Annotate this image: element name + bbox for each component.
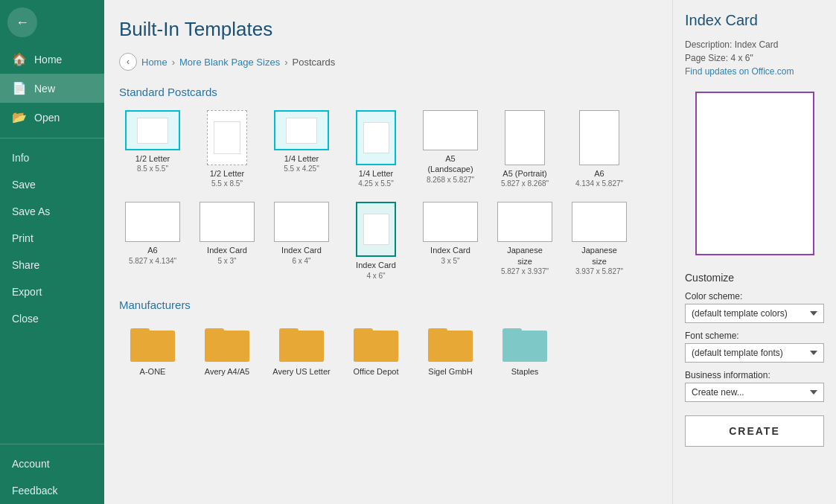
breadcrumb-back-icon: ‹ — [127, 57, 130, 67]
mfr-staples-label: Staples — [511, 366, 539, 377]
template-label-13: Japanesesize — [507, 245, 543, 267]
sidebar-item-info[interactable]: Info — [0, 144, 104, 171]
standard-postcards-label: Standard Postcards — [119, 86, 657, 98]
template-size-4: 4.25 x 5.5" — [358, 179, 393, 188]
template-size-3: 5.5 x 4.25" — [284, 164, 319, 173]
template-label-14: Japanesesize — [581, 245, 617, 267]
template-label-11: Index Card — [356, 260, 396, 270]
account-label: Account — [12, 458, 50, 470]
open-icon: 📂 — [12, 110, 27, 124]
template-size-7: 4.134 x 5.827" — [575, 179, 623, 188]
export-label: Export — [12, 286, 42, 298]
template-size-1: 8.5 x 5.5" — [137, 164, 168, 173]
sidebar-item-export[interactable]: Export — [0, 278, 104, 305]
preview-title: Index Card — [685, 12, 824, 29]
template-label-6: A5 (Portrait) — [502, 168, 546, 179]
template-label-3: 1/4 Letter — [284, 153, 319, 164]
sidebar-item-account[interactable]: Account — [0, 450, 104, 477]
breadcrumb-more[interactable]: More Blank Page Sizes — [179, 57, 280, 68]
template-size-2: 5.5 x 8.5" — [211, 179, 243, 188]
sidebar-item-open[interactable]: 📂 Open — [0, 103, 104, 132]
breadcrumb-home[interactable]: Home — [141, 57, 167, 68]
template-a5-landscape[interactable]: A5(Landscape) 8.268 x 5.827" — [417, 107, 484, 191]
breadcrumb: ‹ Home › More Blank Page Sizes › Postcar… — [119, 53, 657, 71]
mfr-sigel[interactable]: Sigel GmbH — [417, 320, 484, 381]
desc-label: Description: — [685, 39, 732, 50]
template-label-1: 1/2 Letter — [135, 153, 170, 164]
mfr-a-one[interactable]: A-ONE — [119, 320, 186, 381]
sidebar-open-label: Open — [34, 112, 60, 124]
back-button[interactable]: ← — [7, 7, 37, 37]
template-size-13: 5.827 x 3.937" — [501, 267, 549, 276]
folder-avery-us-icon — [279, 325, 324, 362]
sidebar-item-home[interactable]: 🏠 Home — [0, 45, 104, 74]
template-quarter-p[interactable]: 1/4 Letter 4.25 x 5.5" — [342, 107, 409, 191]
breadcrumb-sep2: › — [284, 57, 287, 68]
template-label-5: A5(Landscape) — [427, 153, 473, 175]
close-label: Close — [12, 313, 39, 325]
template-size-12: 3 x 5" — [441, 256, 459, 266]
template-a5-portrait[interactable]: A5 (Portrait) 5.827 x 8.268" — [491, 107, 558, 191]
folder-avery-a4-icon — [205, 325, 249, 362]
standard-postcards-grid: 1/2 Letter 8.5 x 5.5" 1/2 Letter 5.5 x 8… — [119, 107, 657, 284]
manufacturers-grid: A-ONE Avery A4/A5 Avery US Letter — [119, 320, 657, 381]
home-icon: 🏠 — [12, 52, 27, 66]
sidebar-item-save-as[interactable]: Save As — [0, 198, 104, 225]
save-as-label: Save As — [12, 205, 50, 217]
mfr-avery-us[interactable]: Avery US Letter — [268, 320, 335, 381]
template-label-10: Index Card — [281, 245, 322, 255]
breadcrumb-sep1: › — [172, 57, 175, 68]
folder-sigel-icon — [428, 325, 473, 362]
business-info-dropdown[interactable]: Create new... — [685, 383, 824, 402]
mfr-office-depot[interactable]: Office Depot — [342, 320, 409, 381]
template-size-6: 5.827 x 8.268" — [501, 179, 549, 188]
sidebar-item-feedback[interactable]: Feedback — [0, 477, 104, 504]
template-a6-portrait[interactable]: A6 4.134 x 5.827" — [566, 107, 633, 191]
folder-staples-icon — [502, 325, 547, 362]
page-size-value: 4 x 6" — [730, 53, 753, 63]
color-scheme-dropdown[interactable]: (default template colors) — [685, 304, 824, 323]
template-index-3x5[interactable]: Index Card 3 x 5" — [417, 199, 484, 283]
template-a6-landscape[interactable]: A6 5.827 x 4.134" — [119, 199, 186, 283]
template-japanese-p[interactable]: Japanesesize 3.937 x 5.827" — [566, 199, 633, 283]
template-size-11: 4 x 6" — [366, 271, 385, 281]
sidebar-item-close[interactable]: Close — [0, 305, 104, 332]
sidebar-item-save[interactable]: Save — [0, 171, 104, 198]
sidebar-item-print[interactable]: Print — [0, 225, 104, 252]
template-quarter-l[interactable]: 1/4 Letter 5.5 x 4.25" — [268, 107, 335, 191]
template-label-7: A6 — [594, 168, 604, 179]
template-label-9: Index Card — [207, 245, 247, 255]
font-scheme-dropdown[interactable]: (default template fonts) — [685, 343, 824, 363]
find-updates-link[interactable]: Find updates on Office.com — [685, 66, 794, 77]
template-index-4x6[interactable]: Index Card 4 x 6" — [342, 199, 409, 283]
template-size-14: 3.937 x 5.827" — [575, 267, 623, 276]
mfr-staples[interactable]: Staples — [491, 320, 558, 381]
template-size-5: 8.268 x 5.827" — [427, 175, 474, 185]
mfr-avery-us-label: Avery US Letter — [272, 366, 330, 377]
template-index-5x3[interactable]: Index Card 5 x 3" — [194, 199, 261, 283]
page-title: Built-In Templates — [119, 18, 657, 41]
customize-label: Customize — [685, 272, 824, 284]
font-scheme-group: Font scheme: (default template fonts) — [685, 331, 824, 363]
main-area: Built-In Templates ‹ Home › More Blank P… — [104, 0, 836, 504]
sidebar: ← 🏠 Home 📄 New 📂 Open Info Save Save As … — [0, 0, 104, 504]
create-button[interactable]: CREATE — [685, 415, 824, 447]
info-label: Info — [12, 152, 29, 164]
mfr-avery-a4[interactable]: Avery A4/A5 — [194, 320, 261, 381]
template-half-letter-p[interactable]: 1/2 Letter 5.5 x 8.5" — [194, 107, 261, 191]
new-icon: 📄 — [12, 81, 27, 95]
sidebar-item-share[interactable]: Share — [0, 252, 104, 278]
template-half-letter-l1[interactable]: 1/2 Letter 8.5 x 5.5" — [119, 107, 186, 191]
share-label: Share — [12, 259, 39, 271]
template-japanese-l[interactable]: Japanesesize 5.827 x 3.937" — [491, 199, 558, 283]
template-label-2: 1/2 Letter — [210, 168, 244, 179]
template-label-8: A6 — [147, 245, 157, 255]
desc-value: Index Card — [735, 39, 779, 50]
mfr-office-depot-label: Office Depot — [354, 366, 399, 377]
template-index-6x4[interactable]: Index Card 6 x 4" — [268, 199, 335, 283]
template-size-8: 5.827 x 4.134" — [129, 256, 176, 266]
manufacturers-label: Manufacturers — [119, 299, 657, 311]
breadcrumb-back-button[interactable]: ‹ — [119, 53, 137, 71]
sidebar-home-label: Home — [34, 54, 62, 66]
sidebar-item-new[interactable]: 📄 New — [0, 74, 104, 103]
